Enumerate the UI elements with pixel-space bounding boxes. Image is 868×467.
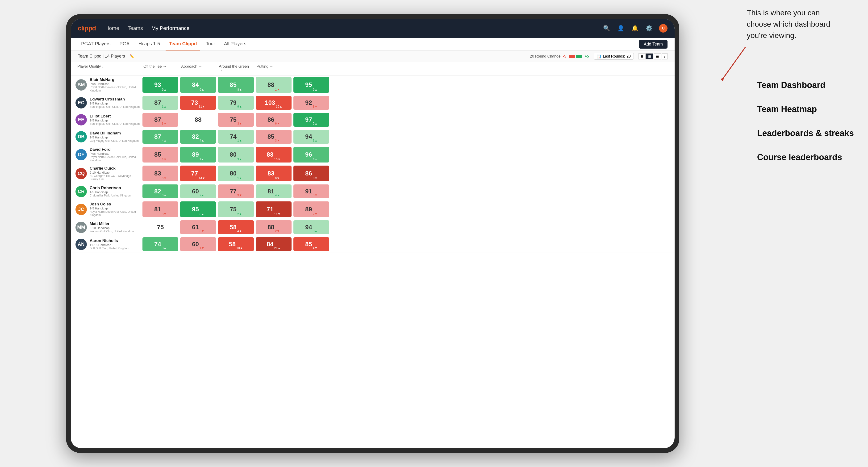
player-details: Charlie Quick6-10 HandicapSt. George's H… [90,166,142,181]
table-row[interactable]: BMBlair McHargPlus HandicapRoyal North D… [71,75,675,94]
stat-change: 3▼ [162,212,166,216]
col-around-green: Around the Green → [217,62,255,75]
add-team-button[interactable]: Add Team [639,40,668,49]
bell-icon[interactable]: 🔔 [631,24,639,33]
player-info-cell: DBDave Billingham1-5 HandicapGog Magog G… [75,128,142,145]
player-name[interactable]: Dave Billingham [90,131,139,135]
player-club: Craigmillar Park, United Kingdom [90,194,131,197]
edit-icon[interactable]: ✏️ [130,54,134,59]
stat-cell-4: 963▲ [293,147,329,162]
stat-value: 60 [192,241,199,248]
stat-change: 9▲ [313,88,317,91]
stat-cell-4: 892▼ [293,201,329,217]
heatmap-view-button[interactable]: ▦ [646,53,653,59]
rc-neg-bar [569,55,575,58]
player-name[interactable]: Matt Miller [90,221,134,226]
stat-value: 79 [230,99,237,106]
stat-cell-2: 801▲ [218,165,254,181]
table-header: Player Quality ↓ Off the Tee → Approach … [71,62,675,75]
table-row[interactable]: MMMatt Miller6-10 HandicapWoburn Golf Cl… [71,219,675,236]
stat-change: 5▲ [313,122,317,125]
grid-view-button[interactable]: ⊞ [639,53,646,59]
stat-change: 4▲ [237,229,242,233]
player-info-cell: CRChris Robertson1-5 HandicapCraigmillar… [75,183,142,200]
stat-cell-1: 958▲ [180,201,216,217]
col-approach: Approach → [179,62,217,75]
table-row[interactable]: ANAaron Nicholls11-15 HandicapDrift Golf… [71,236,675,253]
user-icon[interactable]: 👤 [617,24,625,33]
nav-my-performance[interactable]: My Performance [151,25,189,31]
stat-change: 3▲ [313,158,317,161]
table-row[interactable]: CRChris Robertson1-5 HandicapCraigmillar… [71,183,675,200]
stat-value: 77 [230,188,237,195]
stat-value: 85 [305,241,312,248]
stat-change: 3▼ [199,229,204,233]
table-row[interactable]: DFDavid FordPlus HandicapRoyal North Dev… [71,145,675,164]
last-rounds-button[interactable]: 📊 Last Rounds: 20 [594,53,634,60]
subnav: PGAT Players PGA Hcaps 1-5 Team Clippd T… [71,38,675,51]
download-button[interactable]: ↓ [661,53,668,59]
stat-value: 89 [305,206,312,213]
list-view-button[interactable]: ☰ [654,53,661,59]
stat-change: 8▲ [199,212,204,216]
svg-line-0 [722,47,745,80]
stat-value: 86 [268,116,274,123]
stat-change: 11▼ [274,212,280,216]
round-change-neg: -5 [563,54,566,59]
tab-hcaps[interactable]: Hcaps 1-5 [135,38,163,51]
user-avatar[interactable]: U [659,24,668,33]
stat-cell-3: 814▲ [256,184,291,198]
stat-change: 15▲ [276,105,282,108]
stat-value: 88 [268,224,274,231]
player-club: Gog Magog Golf Club, United Kingdom [90,139,139,143]
stat-change: 1▼ [199,246,204,250]
player-details: Edward Crossman1-5 HandicapSunningdale G… [90,97,140,108]
table-row[interactable]: ECEdward Crossman1-5 HandicapSunningdale… [71,94,675,111]
table-row[interactable]: DBDave Billingham1-5 HandicapGog Magog G… [71,128,675,145]
tab-tour[interactable]: Tour [203,38,218,51]
stat-value: 94 [305,133,312,140]
stat-value: 92 [305,99,312,106]
team-bar: Team Clippd | 14 Players ✏️ 20 Round Cha… [71,51,675,62]
nav-teams[interactable]: Teams [128,25,143,31]
stat-change: 1▲ [162,105,166,108]
tab-team-clippd[interactable]: Team Clippd [165,38,200,51]
player-name[interactable]: Charlie Quick [90,166,142,171]
stat-value: 83 [267,151,273,158]
stat-value: 84 [192,81,199,88]
table-row[interactable]: EEElliot Ebert1-5 HandicapSunningdale Go… [71,111,675,128]
stat-cell-1: 7714▼ [180,165,216,181]
stat-cell-0: 813▼ [143,201,178,217]
nav-icons: 🔍 👤 🔔 ⚙️ U [602,24,668,33]
stat-change: 3▲ [237,158,242,161]
player-club: Royal North Devon Golf Club, United King… [90,86,142,92]
search-icon[interactable]: 🔍 [602,24,611,33]
player-name[interactable]: Edward Crossman [90,97,140,102]
tab-pgat-players[interactable]: PGAT Players [78,38,114,51]
player-club: St. George's Hill GC - Weybridge - Surre… [90,174,142,181]
stat-change: 6▲ [199,88,204,91]
player-name[interactable]: David Ford [90,147,142,152]
player-details: Matt Miller6-10 HandicapWoburn Golf Club… [90,221,134,233]
stat-change: 3▼ [162,122,166,125]
stat-change: 3▼ [162,177,166,180]
tab-all-players[interactable]: All Players [221,38,250,51]
round-change-bar [569,55,582,58]
table-row[interactable]: JCJosh Coles1-5 HandicapRoyal North Devo… [71,200,675,219]
player-name[interactable]: Elliot Ebert [90,114,140,119]
player-info-cell: EEElliot Ebert1-5 HandicapSunningdale Go… [75,111,142,128]
nav-home[interactable]: Home [105,25,119,31]
table-body: BMBlair McHargPlus HandicapRoyal North D… [71,75,675,253]
player-name[interactable]: Aaron Nicholls [90,239,129,243]
stat-change: 8▲ [162,246,166,250]
player-name[interactable]: Chris Robertson [90,186,131,190]
player-name[interactable]: Blair McHarg [90,77,142,82]
stat-value: 58 [229,241,236,248]
stat-cell-2: 584▲ [218,220,254,234]
player-name[interactable]: Josh Coles [90,202,142,207]
stat-value: 73 [191,99,198,106]
app-logo: clippd [78,25,96,32]
tab-pga[interactable]: PGA [116,38,133,51]
table-row[interactable]: CQCharlie Quick6-10 HandicapSt. George's… [71,164,675,183]
settings-icon[interactable]: ⚙️ [645,24,653,33]
